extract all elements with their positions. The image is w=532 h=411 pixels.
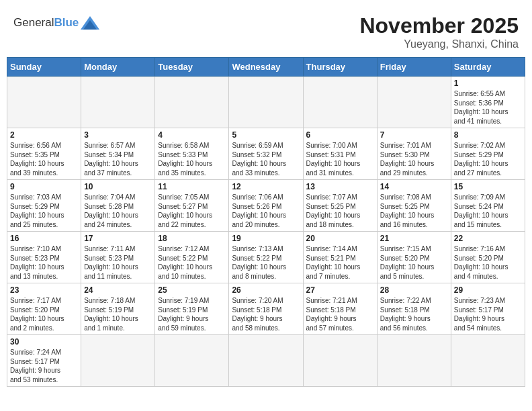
day-number: 3 — [84, 130, 152, 140]
calendar-cell: 15Sunrise: 7:09 AM Sunset: 5:24 PM Dayli… — [451, 180, 525, 232]
calendar-cell: 3Sunrise: 6:57 AM Sunset: 5:34 PM Daylig… — [81, 128, 155, 180]
calendar: SundayMondayTuesdayWednesdayThursdayFrid… — [7, 57, 525, 387]
logo-text: GeneralBlue — [13, 16, 79, 30]
calendar-cell — [303, 335, 377, 387]
calendar-cell: 30Sunrise: 7:24 AM Sunset: 5:17 PM Dayli… — [7, 335, 81, 387]
day-info: Sunrise: 6:57 AM Sunset: 5:34 PM Dayligh… — [84, 141, 152, 177]
month-title: November 2025 — [359, 13, 519, 38]
day-info: Sunrise: 7:06 AM Sunset: 5:26 PM Dayligh… — [232, 193, 300, 229]
day-info: Sunrise: 6:59 AM Sunset: 5:32 PM Dayligh… — [232, 141, 300, 177]
day-number: 9 — [10, 182, 78, 191]
weekday-header-thursday: Thursday — [303, 58, 377, 77]
calendar-cell — [155, 335, 229, 387]
day-info: Sunrise: 7:07 AM Sunset: 5:25 PM Dayligh… — [306, 193, 374, 229]
calendar-cell: 22Sunrise: 7:16 AM Sunset: 5:20 PM Dayli… — [451, 232, 525, 283]
calendar-cell: 29Sunrise: 7:23 AM Sunset: 5:17 PM Dayli… — [451, 283, 525, 335]
calendar-cell: 12Sunrise: 7:06 AM Sunset: 5:26 PM Dayli… — [229, 180, 303, 232]
day-number: 8 — [454, 130, 522, 140]
day-info: Sunrise: 7:05 AM Sunset: 5:27 PM Dayligh… — [158, 193, 226, 229]
day-info: Sunrise: 7:22 AM Sunset: 5:18 PM Dayligh… — [380, 296, 448, 332]
day-info: Sunrise: 7:12 AM Sunset: 5:22 PM Dayligh… — [158, 244, 226, 281]
calendar-cell: 2Sunrise: 6:56 AM Sunset: 5:35 PM Daylig… — [7, 128, 81, 180]
day-number: 29 — [454, 285, 522, 295]
calendar-cell — [155, 77, 229, 128]
day-number: 10 — [84, 182, 152, 191]
calendar-cell — [7, 77, 81, 128]
calendar-week-3: 9Sunrise: 7:03 AM Sunset: 5:29 PM Daylig… — [7, 180, 525, 232]
day-number: 23 — [10, 285, 78, 295]
day-number: 21 — [380, 234, 448, 243]
calendar-cell: 6Sunrise: 7:00 AM Sunset: 5:31 PM Daylig… — [303, 128, 377, 180]
day-info: Sunrise: 7:03 AM Sunset: 5:29 PM Dayligh… — [10, 193, 78, 229]
calendar-cell: 24Sunrise: 7:18 AM Sunset: 5:19 PM Dayli… — [81, 283, 155, 335]
location: Yueyang, Shanxi, China — [359, 38, 519, 50]
day-info: Sunrise: 7:17 AM Sunset: 5:20 PM Dayligh… — [10, 296, 78, 332]
day-info: Sunrise: 7:24 AM Sunset: 5:17 PM Dayligh… — [10, 348, 78, 384]
calendar-cell — [81, 77, 155, 128]
day-info: Sunrise: 7:10 AM Sunset: 5:23 PM Dayligh… — [10, 244, 78, 281]
day-number: 28 — [380, 285, 448, 295]
calendar-cell: 18Sunrise: 7:12 AM Sunset: 5:22 PM Dayli… — [155, 232, 229, 283]
day-info: Sunrise: 7:04 AM Sunset: 5:28 PM Dayligh… — [84, 193, 152, 229]
day-info: Sunrise: 7:23 AM Sunset: 5:17 PM Dayligh… — [454, 296, 522, 332]
day-number: 25 — [158, 285, 226, 295]
calendar-cell: 8Sunrise: 7:02 AM Sunset: 5:29 PM Daylig… — [451, 128, 525, 180]
day-info: Sunrise: 7:16 AM Sunset: 5:20 PM Dayligh… — [454, 244, 522, 281]
calendar-cell: 27Sunrise: 7:21 AM Sunset: 5:18 PM Dayli… — [303, 283, 377, 335]
day-number: 4 — [158, 130, 226, 140]
day-info: Sunrise: 7:14 AM Sunset: 5:21 PM Dayligh… — [306, 244, 374, 281]
calendar-cell: 21Sunrise: 7:15 AM Sunset: 5:20 PM Dayli… — [377, 232, 451, 283]
day-info: Sunrise: 7:18 AM Sunset: 5:19 PM Dayligh… — [84, 296, 152, 332]
calendar-cell: 7Sunrise: 7:01 AM Sunset: 5:30 PM Daylig… — [377, 128, 451, 180]
day-number: 24 — [84, 285, 152, 295]
day-number: 14 — [380, 182, 448, 191]
title-area: November 2025 Yueyang, Shanxi, China — [359, 13, 519, 50]
calendar-cell: 17Sunrise: 7:11 AM Sunset: 5:23 PM Dayli… — [81, 232, 155, 283]
calendar-cell: 28Sunrise: 7:22 AM Sunset: 5:18 PM Dayli… — [377, 283, 451, 335]
day-info: Sunrise: 7:19 AM Sunset: 5:19 PM Dayligh… — [158, 296, 226, 332]
day-number: 30 — [10, 337, 78, 347]
logo: GeneralBlue — [13, 13, 99, 32]
calendar-week-1: 1Sunrise: 6:55 AM Sunset: 5:36 PM Daylig… — [7, 77, 525, 128]
day-number: 20 — [306, 234, 374, 243]
calendar-cell: 9Sunrise: 7:03 AM Sunset: 5:29 PM Daylig… — [7, 180, 81, 232]
day-info: Sunrise: 6:58 AM Sunset: 5:33 PM Dayligh… — [158, 141, 226, 177]
calendar-cell: 23Sunrise: 7:17 AM Sunset: 5:20 PM Dayli… — [7, 283, 81, 335]
day-number: 26 — [232, 285, 300, 295]
weekday-header-saturday: Saturday — [451, 58, 525, 77]
logo-icon — [81, 13, 99, 32]
calendar-week-5: 23Sunrise: 7:17 AM Sunset: 5:20 PM Dayli… — [7, 283, 525, 335]
calendar-cell — [229, 335, 303, 387]
calendar-cell: 11Sunrise: 7:05 AM Sunset: 5:27 PM Dayli… — [155, 180, 229, 232]
calendar-cell: 19Sunrise: 7:13 AM Sunset: 5:22 PM Dayli… — [229, 232, 303, 283]
calendar-cell — [377, 335, 451, 387]
day-number: 5 — [232, 130, 300, 140]
calendar-cell — [451, 335, 525, 387]
day-info: Sunrise: 7:08 AM Sunset: 5:25 PM Dayligh… — [380, 193, 448, 229]
calendar-cell: 14Sunrise: 7:08 AM Sunset: 5:25 PM Dayli… — [377, 180, 451, 232]
day-number: 11 — [158, 182, 226, 191]
day-number: 6 — [306, 130, 374, 140]
day-number: 15 — [454, 182, 522, 191]
page-header: GeneralBlue November 2025 Yueyang, Shanx… — [7, 7, 525, 54]
day-info: Sunrise: 7:20 AM Sunset: 5:18 PM Dayligh… — [232, 296, 300, 332]
calendar-cell: 4Sunrise: 6:58 AM Sunset: 5:33 PM Daylig… — [155, 128, 229, 180]
weekday-header-friday: Friday — [377, 58, 451, 77]
day-info: Sunrise: 7:00 AM Sunset: 5:31 PM Dayligh… — [306, 141, 374, 177]
calendar-cell — [303, 77, 377, 128]
day-number: 27 — [306, 285, 374, 295]
calendar-cell: 25Sunrise: 7:19 AM Sunset: 5:19 PM Dayli… — [155, 283, 229, 335]
weekday-header-tuesday: Tuesday — [155, 58, 229, 77]
calendar-cell: 10Sunrise: 7:04 AM Sunset: 5:28 PM Dayli… — [81, 180, 155, 232]
day-info: Sunrise: 7:13 AM Sunset: 5:22 PM Dayligh… — [232, 244, 300, 281]
day-number: 7 — [380, 130, 448, 140]
calendar-cell: 20Sunrise: 7:14 AM Sunset: 5:21 PM Dayli… — [303, 232, 377, 283]
calendar-cell — [81, 335, 155, 387]
logo-general: General — [13, 16, 54, 29]
day-number: 19 — [232, 234, 300, 243]
day-info: Sunrise: 7:01 AM Sunset: 5:30 PM Dayligh… — [380, 141, 448, 177]
weekday-header-wednesday: Wednesday — [229, 58, 303, 77]
day-info: Sunrise: 7:15 AM Sunset: 5:20 PM Dayligh… — [380, 244, 448, 281]
day-info: Sunrise: 6:56 AM Sunset: 5:35 PM Dayligh… — [10, 141, 78, 177]
calendar-week-6: 30Sunrise: 7:24 AM Sunset: 5:17 PM Dayli… — [7, 335, 525, 387]
